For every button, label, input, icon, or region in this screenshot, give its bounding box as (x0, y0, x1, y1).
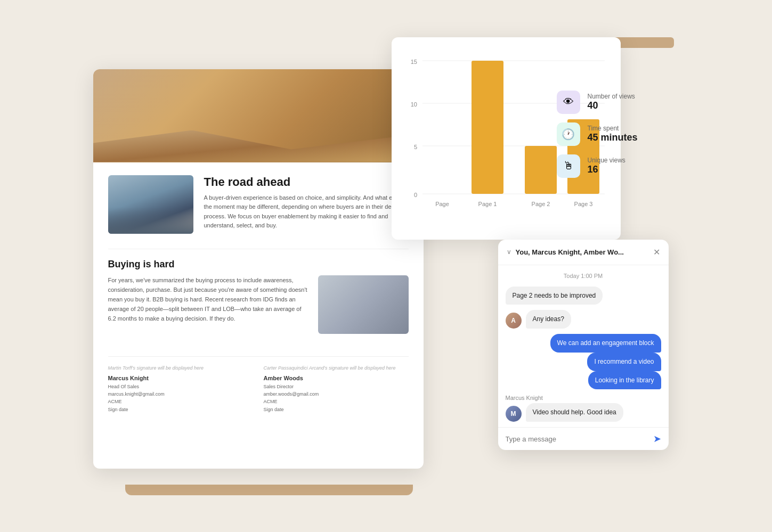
stat-time-text: Time spent 45 minutes (588, 125, 638, 143)
chat-timestamp: Today 1:00 PM (506, 273, 661, 279)
message-2-row: A Any ideas? (506, 310, 661, 329)
stat-views: 👁 Number of views 40 (557, 91, 679, 114)
sig2-sign-label: Sign date (264, 406, 409, 413)
avatar-male: M (506, 406, 522, 422)
svg-rect-9 (525, 146, 557, 194)
chat-messages: Today 1:00 PM Page 2 needs to be improve… (498, 265, 669, 428)
signature-block: Martin Torff's signature will be display… (108, 356, 409, 414)
avatar-female: A (506, 313, 522, 329)
sent-messages-group: We can add an engagement block I recomme… (506, 334, 661, 389)
section1-body: A buyer-driven experience is based on ch… (204, 193, 409, 231)
unique-icon: 🖱 (557, 154, 580, 178)
chat-footer: ➤ (498, 427, 669, 450)
views-label: Number of views (588, 93, 635, 100)
sig1-title: Head Of Sales (108, 383, 253, 390)
stat-time: 🕐 Time spent 45 minutes (557, 122, 679, 146)
time-value: 45 minutes (588, 132, 638, 143)
tan-accent-bottom (125, 485, 413, 495)
send-icon: ➤ (653, 433, 661, 444)
signature-left: Martin Torff's signature will be display… (108, 365, 253, 414)
close-icon[interactable]: ✕ (653, 247, 660, 257)
section2-title: Buying is hard (108, 259, 409, 270)
message-4-bubble: I recommend a video (587, 353, 661, 371)
message-4-row: I recommend a video (587, 353, 661, 371)
sig2-company: ACME (264, 398, 409, 405)
chat-panel: ∨ You, Marcus Knight, Amber Wo... ✕ Toda… (498, 240, 669, 451)
svg-text:15: 15 (410, 59, 417, 65)
section1-title: The road ahead (204, 175, 409, 189)
message-5-bubble: Looking in the library (588, 371, 661, 390)
message-3-row: We can add an engagement block (550, 334, 661, 353)
hero-image (93, 69, 424, 162)
sig2-email: amber.woods@gmail.com (264, 390, 409, 398)
time-label: Time spent (588, 125, 638, 132)
sig1-sign-label: Sign date (108, 406, 253, 413)
svg-text:Page 3: Page 3 (574, 201, 592, 207)
message-2-bubble: Any ideas? (526, 310, 571, 329)
message-5-row: Looking in the library (588, 371, 661, 390)
document-panel: The road ahead A buyer-driven experience… (93, 69, 424, 469)
stat-unique: 🖱 Unique views 16 (557, 154, 679, 178)
svg-text:10: 10 (410, 101, 417, 108)
message-1-bubble: Page 2 needs to be improved (506, 287, 603, 305)
road-thumbnail (108, 175, 193, 234)
message-6-group: Marcus Knight M Video should help. Good … (506, 395, 661, 422)
main-scene: The road ahead A buyer-driven experience… (93, 37, 679, 495)
unique-label: Unique views (588, 157, 625, 164)
views-value: 40 (588, 100, 635, 111)
svg-text:Page 1: Page 1 (478, 201, 497, 207)
svg-text:Page: Page (435, 201, 449, 207)
section-buying-hard: Buying is hard For years, we've summariz… (108, 249, 409, 343)
sig1-email: marcus.knight@gmail.com (108, 390, 253, 398)
stat-unique-text: Unique views 16 (588, 157, 625, 175)
section-road-ahead: The road ahead A buyer-driven experience… (108, 175, 409, 234)
sig2-title: Sales Director (264, 383, 409, 390)
message-1-row: Page 2 needs to be improved (506, 287, 661, 305)
message-6-bubble: Video should help. Good idea (526, 403, 623, 422)
signature-right: Carter Passaquindici Arcand's signature … (264, 365, 409, 414)
message-3-bubble: We can add an engagement block (550, 334, 661, 353)
message-6-row: M Video should help. Good idea (506, 403, 661, 422)
sender-name: Marcus Knight (506, 395, 661, 401)
time-icon: 🕐 (557, 122, 580, 146)
sig2-placeholder: Carter Passaquindici Arcand's signature … (264, 365, 409, 371)
svg-text:5: 5 (413, 144, 417, 150)
sig1-name: Marcus Knight (108, 375, 253, 381)
sig1-company: ACME (108, 398, 253, 405)
chevron-down-icon[interactable]: ∨ (507, 248, 511, 256)
svg-text:0: 0 (413, 192, 417, 198)
chat-title: You, Marcus Knight, Amber Wo... (516, 248, 649, 256)
views-icon: 👁 (557, 91, 580, 114)
chat-header: ∨ You, Marcus Knight, Amber Wo... ✕ (498, 240, 669, 265)
stats-panel: 👁 Number of views 40 🕐 Time spent 45 min… (557, 91, 679, 178)
stat-views-text: Number of views 40 (588, 93, 635, 111)
buying-thumbnail (318, 275, 409, 334)
road-text: The road ahead A buyer-driven experience… (204, 175, 409, 234)
sig2-name: Amber Woods (264, 375, 409, 381)
unique-value: 16 (588, 164, 625, 175)
section2-body: For years, we've summarized the buying p… (108, 275, 310, 324)
sig1-placeholder: Martin Torff's signature will be display… (108, 365, 253, 371)
send-button[interactable]: ➤ (653, 433, 661, 445)
chat-message-input[interactable] (506, 435, 649, 443)
svg-rect-8 (472, 61, 503, 194)
svg-text:Page 2: Page 2 (531, 201, 550, 207)
